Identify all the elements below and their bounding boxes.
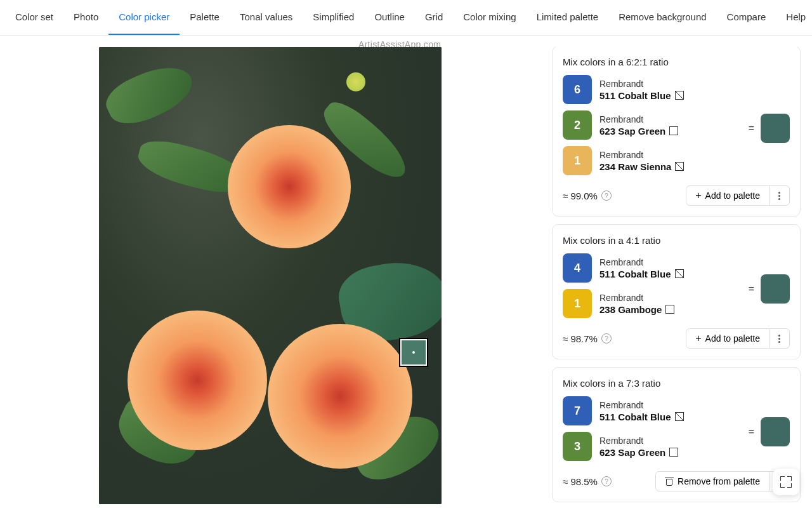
plus-icon: + [695,190,701,201]
paint-brand: Rembrandt [599,150,684,160]
trash-icon [665,477,674,486]
tab-compare[interactable]: Compare [717,0,776,35]
more-actions-button[interactable] [769,328,790,349]
mix-part: 7Rembrandt511 Cobalt Blue [563,396,742,425]
ratio-swatch: 3 [563,432,592,461]
mix-part: 1Rembrandt238 Gamboge [563,289,742,318]
paint-brand: Rembrandt [599,400,684,410]
paint-brand: Rembrandt [599,114,678,124]
transparency-icon [675,91,684,100]
paint-name: 234 Raw Sienna [599,161,684,172]
mix-title: Mix colors in a 6:2:1 ratio [563,57,790,67]
mix-part: 1Rembrandt234 Raw Sienna [563,146,742,175]
more-actions-button[interactable] [769,185,790,206]
tab-help[interactable]: Help [776,0,812,35]
transparency-icon [675,269,684,278]
ratio-swatch: 7 [563,396,592,425]
mix-card: Mix colors in a 6:2:1 ratio6Rembrandt511… [552,47,801,217]
mix-part: 2Rembrandt623 Sap Green [563,110,742,140]
tab-outline[interactable]: Outline [364,0,415,35]
mix-title: Mix colors in a 7:3 ratio [563,378,790,389]
accuracy-label: ≈ 98.5%? [563,476,612,487]
mix-title: Mix colors in a 4:1 ratio [563,235,790,246]
transparency-icon [669,448,678,457]
tab-bar: Color setPhotoColor pickerPaletteTonal v… [0,0,812,36]
more-icon [778,192,780,200]
tab-palette[interactable]: Palette [180,0,230,35]
help-icon[interactable]: ? [601,190,612,201]
tab-color-picker[interactable]: Color picker [108,0,180,35]
tab-photo[interactable]: Photo [63,0,108,35]
help-icon[interactable]: ? [601,333,612,344]
equals-sign: = [749,426,754,438]
mix-card: Mix colors in a 7:3 ratio7Rembrandt511 C… [552,367,801,502]
paint-name: 623 Sap Green [599,447,678,458]
color-pick-marker[interactable] [400,339,427,366]
tab-remove-background[interactable]: Remove background [608,0,716,35]
mix-part: 6Rembrandt511 Cobalt Blue [563,75,742,104]
more-icon [778,335,780,343]
result-swatch [761,417,790,446]
expand-icon [780,476,792,488]
add-to-palette-button[interactable]: +Add to palette [686,185,769,206]
paint-brand: Rembrandt [599,293,674,303]
paint-name: 623 Sap Green [599,126,678,137]
mix-part: 4Rembrandt511 Cobalt Blue [563,253,742,283]
accuracy-label: ≈ 99.0%? [563,190,612,201]
mix-suggestions-panel: Mix colors in a 6:2:1 ratio6Rembrandt511… [443,47,812,508]
equals-sign: = [749,283,754,295]
paint-name: 238 Gamboge [599,304,674,315]
photo-panel [0,47,443,508]
paint-brand: Rembrandt [599,257,684,267]
tab-tonal-values[interactable]: Tonal values [230,0,303,35]
tab-simplified[interactable]: Simplified [303,0,364,35]
ratio-swatch: 1 [563,146,592,175]
ratio-swatch: 1 [563,289,592,318]
remove-from-palette-button[interactable]: Remove from palette [655,471,769,491]
ratio-swatch: 4 [563,253,592,283]
paint-name: 511 Cobalt Blue [599,90,684,101]
tab-color-set[interactable]: Color set [5,0,63,35]
paint-name: 511 Cobalt Blue [599,269,684,279]
ratio-swatch: 6 [563,75,592,104]
paint-brand: Rembrandt [599,79,684,89]
tab-grid[interactable]: Grid [415,0,453,35]
reference-photo[interactable] [99,47,442,504]
transparency-icon [675,162,684,171]
help-icon[interactable]: ? [601,476,612,486]
result-swatch [761,274,790,304]
ratio-swatch: 2 [563,110,592,140]
tab-color-mixing[interactable]: Color mixing [453,0,526,35]
transparency-icon [675,412,684,421]
transparency-icon [669,126,678,135]
equals-sign: = [749,123,754,134]
mix-card: Mix colors in a 4:1 ratio4Rembrandt511 C… [552,224,801,359]
paint-brand: Rembrandt [599,436,678,446]
paint-name: 511 Cobalt Blue [599,411,684,422]
tab-limited-palette[interactable]: Limited palette [527,0,609,35]
accuracy-label: ≈ 98.7%? [563,333,612,344]
main-content: Mix colors in a 6:2:1 ratio6Rembrandt511… [0,36,812,508]
fullscreen-button[interactable] [773,469,799,495]
plus-icon: + [695,333,701,344]
add-to-palette-button[interactable]: +Add to palette [686,328,769,349]
result-swatch [761,114,790,143]
transparency-icon [665,305,674,314]
mix-part: 3Rembrandt623 Sap Green [563,432,742,461]
